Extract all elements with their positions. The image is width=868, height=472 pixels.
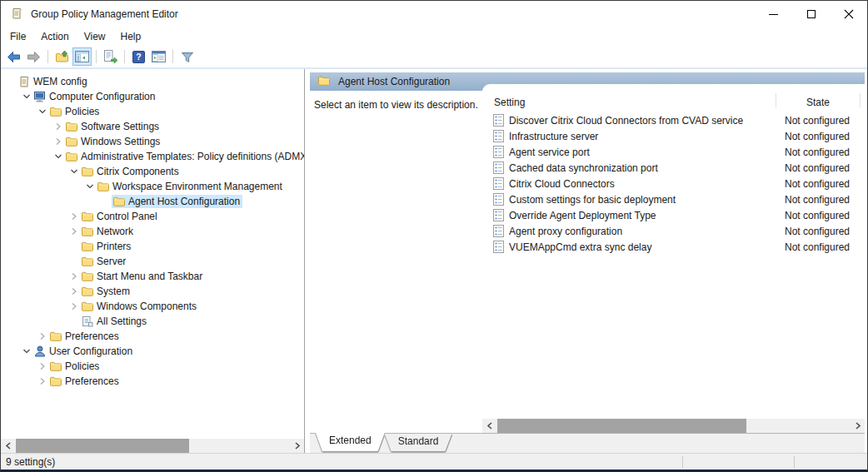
scroll-right-icon[interactable] <box>851 419 865 433</box>
toolbar-separator <box>172 50 173 63</box>
list-scroll-track[interactable] <box>496 419 851 433</box>
scroll-right-icon[interactable] <box>290 439 304 453</box>
tree-item-label: Policies <box>62 360 102 373</box>
menu-action[interactable]: Action <box>33 29 76 44</box>
titlebar: Group Policy Management Editor <box>1 1 867 27</box>
chevron-down-icon[interactable] <box>83 181 96 192</box>
description-pane: Select an item to view its description. <box>310 91 482 433</box>
setting-name: Agent service port <box>509 147 590 158</box>
results-pane: Agent Host Configuration Select an item … <box>310 69 865 453</box>
policy-setting-icon <box>493 225 504 237</box>
tree-item-label: Citrix Components <box>94 165 182 178</box>
tree-item-server[interactable]: Server <box>1 254 304 269</box>
tree-scroll-track[interactable] <box>15 439 290 453</box>
maximize-button[interactable] <box>792 1 830 27</box>
chevron-right-icon[interactable] <box>36 360 48 372</box>
tree-item-workspace-environment-management[interactable]: Workspace Environment Management <box>1 179 304 194</box>
folder-icon <box>80 225 94 238</box>
setting-row-discover-citrix-cloud-connectors-from-cvad-service[interactable]: Discover Citrix Cloud Connectors from CV… <box>482 112 865 128</box>
tree-item-all-settings[interactable]: All Settings <box>1 314 304 329</box>
chevron-right-icon[interactable] <box>52 136 64 147</box>
tree-item-administrative-templates-policy-definitions-admx-f[interactable]: Administrative Templates: Policy definit… <box>1 149 304 164</box>
menu-file[interactable]: File <box>2 29 33 44</box>
tree-item-windows-settings[interactable]: Windows Settings <box>1 134 304 149</box>
list-horizontal-scrollbar[interactable] <box>482 419 865 433</box>
setting-name: Citrix Cloud Connectors <box>509 178 615 190</box>
tree-item-printers[interactable]: Printers <box>1 239 304 254</box>
minimize-button[interactable] <box>755 1 792 27</box>
policy-setting-icon <box>493 241 504 253</box>
chevron-down-icon[interactable] <box>20 91 32 102</box>
tree-item-computer-configuration[interactable]: Computer Configuration <box>1 89 304 104</box>
tree-item-policies[interactable]: Policies <box>1 359 304 374</box>
tree-item-label: Preferences <box>62 330 122 343</box>
window-controls <box>755 1 867 27</box>
tree-item-preferences[interactable]: Preferences <box>1 329 304 344</box>
tree-scroll-thumb[interactable] <box>16 439 189 453</box>
tree-item-policies[interactable]: Policies <box>1 104 304 119</box>
tree-item-user-configuration[interactable]: User Configuration <box>1 344 304 359</box>
menu-view[interactable]: View <box>77 29 113 44</box>
setting-name: Agent proxy configuration <box>509 226 622 237</box>
tree-item-wem-config[interactable]: WEM config <box>1 74 304 89</box>
scroll-left-icon[interactable] <box>1 439 15 453</box>
chevron-right-icon[interactable] <box>67 211 80 222</box>
filter-button[interactable] <box>177 47 197 66</box>
chevron-right-icon[interactable] <box>67 286 80 297</box>
chevron-right-icon[interactable] <box>36 330 48 342</box>
show-console-tree-button[interactable] <box>72 47 92 66</box>
tree-item-network[interactable]: Network <box>1 224 304 239</box>
menu-help[interactable]: Help <box>113 29 149 44</box>
tree-item-windows-components[interactable]: Windows Components <box>1 299 304 314</box>
setting-row-agent-service-port[interactable]: Agent service portNot configured <box>482 144 865 160</box>
export-list-icon <box>103 50 118 63</box>
tab-extended[interactable]: Extended <box>316 433 385 451</box>
tree-item-citrix-components[interactable]: Citrix Components <box>1 164 304 179</box>
setting-row-vuemappcmd-extra-sync-delay[interactable]: VUEMAppCmd extra sync delayNot configure… <box>482 239 865 255</box>
column-separator[interactable] <box>860 93 861 107</box>
column-header-state[interactable]: State <box>776 97 860 108</box>
setting-row-agent-proxy-configuration[interactable]: Agent proxy configurationNot configured <box>482 223 865 239</box>
close-button[interactable] <box>830 1 867 27</box>
tree-item-start-menu-and-taskbar[interactable]: Start Menu and Taskbar <box>1 269 304 284</box>
chevron-right-icon[interactable] <box>36 375 48 387</box>
chevron-right-icon[interactable] <box>52 121 64 132</box>
chevron-down-icon[interactable] <box>20 345 32 357</box>
setting-row-custom-settings-for-basic-deployment[interactable]: Custom settings for basic deploymentNot … <box>482 191 865 207</box>
chevron-down-icon[interactable] <box>36 106 48 117</box>
tree-horizontal-scrollbar[interactable] <box>1 439 304 453</box>
up-one-level-button[interactable] <box>52 47 72 66</box>
chevron-down-icon[interactable] <box>52 151 64 162</box>
menu-bar: FileActionViewHelp <box>1 27 867 46</box>
up-one-level-icon <box>55 50 70 63</box>
setting-row-cached-data-synchronization-port[interactable]: Cached data synchronization portNot conf… <box>482 160 865 176</box>
console-window-button[interactable] <box>149 47 168 66</box>
list-scroll-thumb[interactable] <box>497 419 746 433</box>
setting-state: Not configured <box>776 162 859 174</box>
chevron-right-icon[interactable] <box>67 301 80 312</box>
console-tree: WEM configComputer ConfigurationPolicies… <box>1 69 304 439</box>
help-button[interactable]: ? <box>129 47 148 66</box>
setting-row-infrastructure-server[interactable]: Infrastructure serverNot configured <box>482 128 865 144</box>
tab-standard[interactable]: Standard <box>385 434 452 451</box>
column-header-setting[interactable]: Setting <box>482 97 776 108</box>
back-button[interactable] <box>4 47 23 66</box>
back-icon <box>7 51 21 63</box>
tree-item-control-panel[interactable]: Control Panel <box>1 209 304 224</box>
setting-row-citrix-cloud-connectors[interactable]: Citrix Cloud ConnectorsNot configured <box>482 176 865 191</box>
setting-row-override-agent-deployment-type[interactable]: Override Agent Deployment TypeNot config… <box>482 207 865 223</box>
scroll-left-icon[interactable] <box>482 419 496 433</box>
status-panel-separator <box>682 456 683 468</box>
forward-button[interactable] <box>24 47 43 66</box>
tree-item-preferences[interactable]: Preferences <box>1 374 304 389</box>
setting-name: Infrastructure server <box>509 131 598 142</box>
chevron-down-icon[interactable] <box>67 166 80 177</box>
export-list-button[interactable] <box>101 47 120 66</box>
tree-item-system[interactable]: System <box>1 284 304 299</box>
tree-item-agent-host-configuration[interactable]: Agent Host Configuration <box>1 194 304 209</box>
main-area: WEM configComputer ConfigurationPolicies… <box>1 69 867 453</box>
user-icon <box>32 345 47 358</box>
chevron-right-icon[interactable] <box>67 271 80 282</box>
tree-item-software-settings[interactable]: Software Settings <box>1 119 304 134</box>
chevron-right-icon[interactable] <box>67 226 80 237</box>
